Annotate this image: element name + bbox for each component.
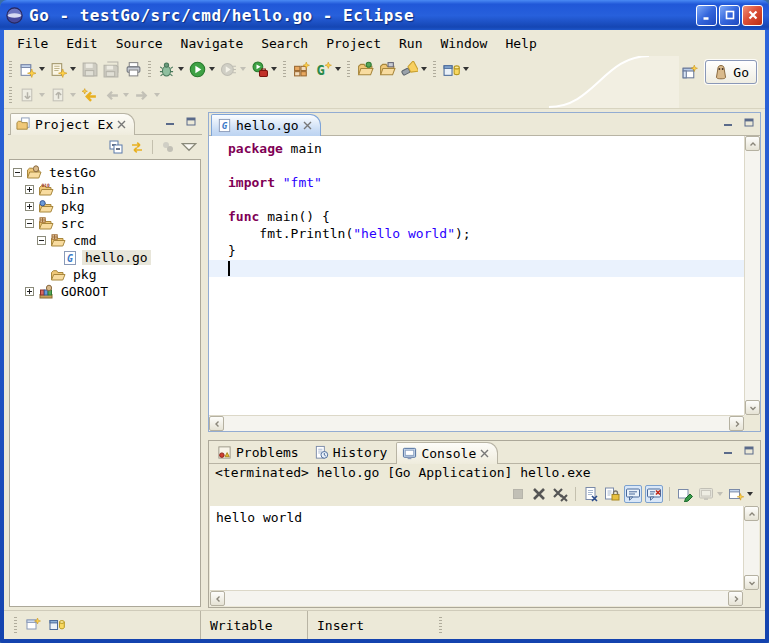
- remove-all-launches-button[interactable]: [551, 485, 569, 503]
- show-console-on-stdout-button[interactable]: [624, 485, 642, 503]
- last-edit-location-button[interactable]: [79, 84, 100, 106]
- statusbar-drag-handle[interactable]: [14, 617, 17, 633]
- link-with-editor-button[interactable]: [128, 138, 146, 156]
- project-tree[interactable]: testGo 010 bin pkg src: [9, 159, 201, 607]
- new-go-element-button[interactable]: G: [313, 58, 343, 80]
- tree-item-label: testGo: [46, 165, 99, 180]
- maximize-window-button[interactable]: [719, 5, 740, 26]
- maximize-editor-button[interactable]: [741, 116, 756, 129]
- menu-help[interactable]: Help: [496, 33, 545, 54]
- scroll-left-button[interactable]: [210, 591, 225, 606]
- menu-file[interactable]: File: [8, 33, 57, 54]
- tab-hello-go[interactable]: G hello.go: [211, 114, 321, 136]
- collapse-toggle-icon[interactable]: [37, 236, 46, 245]
- close-window-button[interactable]: [742, 5, 763, 26]
- external-tools-button[interactable]: [249, 58, 279, 80]
- collapse-toggle-icon[interactable]: [13, 168, 22, 177]
- tree-item-src-pkg[interactable]: pkg: [10, 266, 200, 283]
- perspective-bar: Go: [679, 60, 757, 84]
- tab-console[interactable]: Console: [396, 442, 498, 464]
- menu-navigate[interactable]: Navigate: [172, 33, 253, 54]
- editor-horizontal-scrollbar[interactable]: [209, 415, 744, 431]
- clear-console-button[interactable]: [582, 485, 600, 503]
- toolbar-drag-handle[interactable]: [9, 87, 12, 103]
- tab-console-label: Console: [421, 446, 476, 461]
- expand-toggle-icon[interactable]: [25, 202, 34, 211]
- minimize-view-button[interactable]: [162, 115, 177, 128]
- scroll-left-button[interactable]: [209, 416, 224, 431]
- remove-launch-button[interactable]: [530, 485, 548, 503]
- print-button[interactable]: [123, 58, 144, 80]
- maximize-console-button[interactable]: [741, 444, 756, 457]
- menu-search[interactable]: Search: [252, 33, 317, 54]
- scroll-right-button[interactable]: [729, 416, 744, 431]
- new-file-button[interactable]: [48, 58, 78, 80]
- close-icon[interactable]: [303, 118, 312, 133]
- scroll-down-button[interactable]: [745, 400, 760, 415]
- pin-console-button[interactable]: [676, 485, 694, 503]
- fast-view-button[interactable]: [25, 616, 41, 635]
- statusbar-drag-handle[interactable]: [439, 617, 442, 633]
- debug-button[interactable]: [156, 58, 186, 80]
- editor-vertical-scrollbar[interactable]: [744, 136, 760, 415]
- minimize-window-button[interactable]: [696, 5, 717, 26]
- menu-run[interactable]: Run: [390, 33, 431, 54]
- menu-window[interactable]: Window: [431, 33, 496, 54]
- collapse-all-button[interactable]: [107, 138, 125, 156]
- scroll-up-button[interactable]: [745, 136, 760, 151]
- tree-item-cmd[interactable]: cmd: [10, 232, 200, 249]
- tree-item-hello-go[interactable]: G hello.go: [10, 249, 200, 266]
- menu-edit[interactable]: Edit: [57, 33, 106, 54]
- search-button[interactable]: [399, 58, 429, 80]
- console-output[interactable]: hello world: [210, 506, 743, 590]
- tab-history[interactable]: History: [308, 441, 397, 463]
- console-icon: [402, 446, 417, 461]
- toolbar: G: [4, 56, 765, 109]
- new-wizard-button[interactable]: [17, 58, 47, 80]
- maximize-view-button[interactable]: [183, 115, 198, 128]
- expand-toggle-icon[interactable]: [25, 185, 34, 194]
- eclipse-window: Go - testGo/src/cmd/hello.go - Eclipse F…: [0, 0, 769, 643]
- tree-item-src[interactable]: src: [10, 215, 200, 232]
- export-button[interactable]: [377, 58, 398, 80]
- import-button[interactable]: [355, 58, 376, 80]
- open-perspective-button[interactable]: [679, 61, 700, 83]
- expand-toggle-icon[interactable]: [25, 287, 34, 296]
- toolbar-drag-handle[interactable]: [283, 61, 286, 77]
- tab-problems[interactable]: Problems: [211, 441, 308, 463]
- tree-item-testgo[interactable]: testGo: [10, 164, 200, 181]
- console-tabbar: Problems History Console: [209, 441, 760, 464]
- console-horizontal-scrollbar[interactable]: [210, 590, 743, 606]
- toolbar-drag-handle[interactable]: [9, 61, 12, 77]
- tab-project-explorer[interactable]: Project Ex: [10, 113, 135, 135]
- go-perspective-button[interactable]: Go: [705, 60, 757, 84]
- tree-item-pkg[interactable]: pkg: [10, 198, 200, 215]
- toolbar-drag-handle[interactable]: [148, 61, 151, 77]
- scroll-right-button[interactable]: [728, 591, 743, 606]
- console-vertical-scrollbar[interactable]: [743, 506, 759, 590]
- minimize-console-button[interactable]: [720, 444, 735, 457]
- menu-project[interactable]: Project: [317, 33, 390, 54]
- scroll-up-button[interactable]: [744, 506, 759, 521]
- run-button[interactable]: [187, 58, 217, 80]
- scroll-down-button[interactable]: [744, 575, 759, 590]
- toolbar-drag-handle[interactable]: [433, 61, 436, 77]
- new-go-project-button[interactable]: [291, 58, 312, 80]
- titlebar[interactable]: Go - testGo/src/cmd/hello.go - Eclipse: [0, 0, 769, 30]
- close-icon[interactable]: [117, 117, 126, 132]
- code-area[interactable]: package main import "fmt" func main() { …: [209, 136, 744, 415]
- sync-button[interactable]: [441, 58, 471, 80]
- collapse-toggle-icon[interactable]: [25, 219, 34, 228]
- scroll-lock-button[interactable]: [603, 485, 621, 503]
- tree-item-goroot[interactable]: GOROOT: [10, 283, 200, 300]
- open-console-button[interactable]: [727, 485, 754, 503]
- sync-icon[interactable]: [49, 616, 65, 635]
- show-console-on-stderr-button[interactable]: [645, 485, 663, 503]
- horizontal-sash[interactable]: [208, 432, 761, 440]
- menu-source[interactable]: Source: [107, 33, 172, 54]
- view-menu-button[interactable]: [180, 138, 198, 156]
- tree-item-bin[interactable]: 010 bin: [10, 181, 200, 198]
- toolbar-drag-handle[interactable]: [347, 61, 350, 77]
- close-icon[interactable]: [480, 446, 489, 461]
- minimize-editor-button[interactable]: [720, 116, 735, 129]
